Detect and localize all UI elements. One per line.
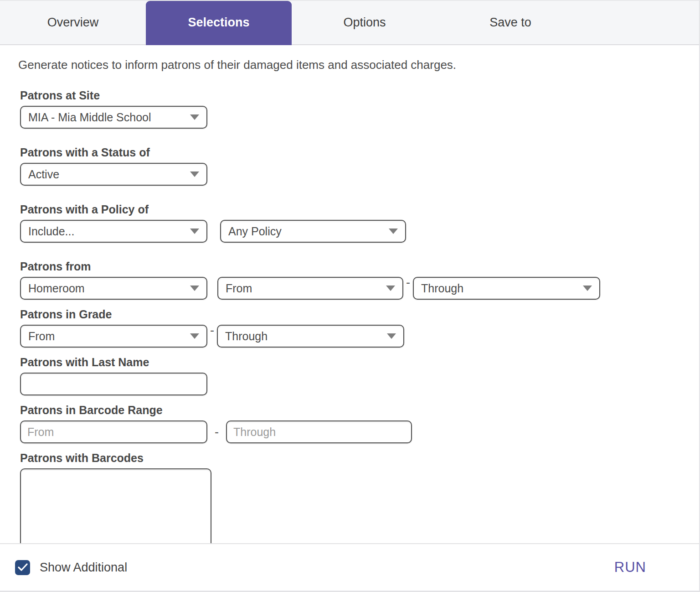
tab-overview[interactable]: Overview bbox=[0, 1, 146, 44]
patrons-barcode-range-label: Patrons in Barcode Range bbox=[20, 405, 681, 416]
patrons-at-site-label: Patrons at Site bbox=[20, 90, 681, 101]
show-additional-label: Show Additional bbox=[40, 561, 127, 575]
patrons-barcode-range-row: - bbox=[20, 421, 681, 443]
patrons-policy-label: Patrons with a Policy of bbox=[20, 204, 681, 215]
caret-down-icon bbox=[190, 286, 199, 291]
caret-down-icon bbox=[386, 286, 395, 291]
patrons-status-label: Patrons with a Status of bbox=[20, 147, 681, 158]
patron-category-select-value: Homeroom bbox=[28, 282, 85, 295]
range-separator: - bbox=[210, 323, 214, 338]
patrons-from-from-select[interactable]: From bbox=[217, 277, 403, 300]
patrons-grade-label: Patrons in Grade bbox=[20, 309, 681, 320]
page-description: Generate notices to inform patrons of th… bbox=[18, 58, 681, 72]
grade-through-value: Through bbox=[225, 330, 268, 343]
tab-bar: Overview Selections Options Save to bbox=[0, 1, 699, 45]
status-select-value: Active bbox=[28, 168, 59, 181]
caret-down-icon bbox=[190, 171, 199, 177]
patrons-status-row: Active bbox=[20, 163, 681, 186]
caret-down-icon bbox=[190, 228, 199, 234]
grade-through-select[interactable]: Through bbox=[217, 325, 404, 348]
patrons-from-row: Homeroom From - Through bbox=[20, 277, 681, 300]
patrons-at-site-row: MIA - Mia Middle School bbox=[20, 106, 681, 129]
caret-down-icon bbox=[190, 333, 199, 339]
caret-down-icon bbox=[387, 333, 396, 339]
patrons-grade-row: From - Through bbox=[20, 325, 681, 348]
show-additional-checkbox[interactable] bbox=[15, 560, 30, 575]
grade-from-value: From bbox=[28, 330, 55, 343]
checkmark-icon bbox=[18, 563, 28, 571]
patrons-from-through-select[interactable]: Through bbox=[413, 277, 600, 300]
caret-down-icon bbox=[389, 228, 398, 234]
policy-select-value: Any Policy bbox=[228, 225, 282, 238]
patron-category-select[interactable]: Homeroom bbox=[20, 277, 207, 300]
policy-select[interactable]: Any Policy bbox=[220, 220, 406, 243]
grade-from-select[interactable]: From bbox=[20, 325, 207, 348]
patrons-last-name-label: Patrons with Last Name bbox=[20, 357, 681, 368]
selections-panel: Generate notices to inform patrons of th… bbox=[0, 45, 699, 591]
report-setup-page: Overview Selections Options Save to Gene… bbox=[0, 0, 700, 592]
last-name-input[interactable] bbox=[20, 373, 207, 395]
status-select[interactable]: Active bbox=[20, 163, 207, 186]
patrons-from-label: Patrons from bbox=[20, 261, 681, 272]
patrons-from-from-value: From bbox=[226, 282, 252, 295]
range-separator: - bbox=[406, 275, 410, 290]
site-select[interactable]: MIA - Mia Middle School bbox=[20, 106, 207, 129]
patrons-from-through-value: Through bbox=[421, 282, 463, 295]
barcode-through-input[interactable] bbox=[226, 421, 412, 443]
footer-bar: Show Additional RUN bbox=[0, 543, 699, 591]
patrons-policy-row: Include... Any Policy bbox=[20, 220, 681, 243]
patrons-last-name-row bbox=[20, 373, 681, 395]
site-select-value: MIA - Mia Middle School bbox=[28, 111, 151, 124]
run-button[interactable]: RUN bbox=[614, 559, 646, 576]
tab-options[interactable]: Options bbox=[292, 1, 438, 44]
barcode-from-input[interactable] bbox=[20, 421, 207, 443]
policy-mode-select[interactable]: Include... bbox=[20, 220, 207, 243]
form-fields: Patrons at Site MIA - Mia Middle School … bbox=[20, 90, 681, 560]
tab-save-to[interactable]: Save to bbox=[438, 1, 583, 44]
range-separator: - bbox=[215, 425, 219, 439]
caret-down-icon bbox=[190, 114, 199, 120]
tab-selections[interactable]: Selections bbox=[146, 1, 292, 44]
policy-mode-select-value: Include... bbox=[28, 225, 74, 238]
caret-down-icon bbox=[583, 286, 592, 291]
patrons-barcodes-label: Patrons with Barcodes bbox=[20, 452, 681, 464]
